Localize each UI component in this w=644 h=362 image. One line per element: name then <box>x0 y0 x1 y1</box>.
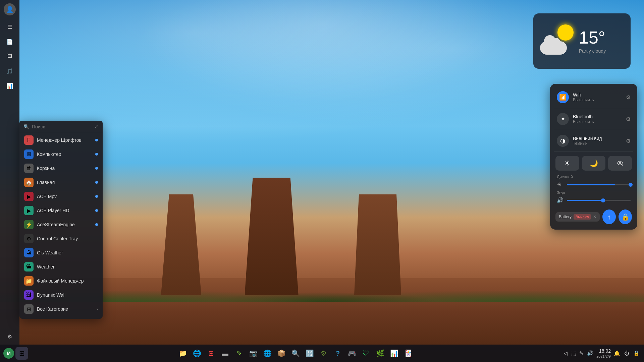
brightness-slider-row: ☀ <box>557 181 631 188</box>
power-icon[interactable]: ⏻ <box>623 350 630 356</box>
battery-badge[interactable]: Battery Выключ ✕ <box>555 212 600 222</box>
search-input[interactable] <box>32 124 92 129</box>
sound-fill <box>567 200 605 201</box>
menu-item-label-dynamic-wall: Dynamic Wall <box>37 292 98 298</box>
cc-privacy-btn[interactable] <box>608 156 632 171</box>
menu-item-label-file-manager: Файловый Менеджер <box>37 278 98 284</box>
menu-item-label-font-manager: Менеджер Шрифтов <box>37 137 92 143</box>
tb-app-files[interactable]: 📁 <box>176 347 189 360</box>
wifi-settings-icon[interactable]: ⚙ <box>626 94 631 101</box>
menu-item-computer[interactable]: 🖥 Компьютер <box>19 147 103 161</box>
menu-item-icon-computer: 🖥 <box>24 149 34 159</box>
battery-label: Battery <box>559 215 572 219</box>
tb-app-finder[interactable]: 🔍 <box>289 347 302 360</box>
sidebar-icon-music[interactable]: 🎵 <box>4 65 16 77</box>
tb-app-calc[interactable]: 🔢 <box>303 347 316 360</box>
menu-item-weather[interactable]: 🌦 Weather <box>19 260 103 274</box>
menu-item-label-all-categories: Все Категории <box>37 306 93 312</box>
tb-app-gamepad[interactable]: 🎮 <box>345 347 358 360</box>
cc-wifi-sub: Выключить <box>573 98 622 102</box>
menu-item-ace-mpv[interactable]: ▶ ACE Mpv <box>19 189 103 203</box>
control-center-panel: 📶 Wifi Выключить ⚙ ✦ Bluetooth Выключить… <box>550 84 637 230</box>
tb-app-help[interactable]: ? <box>331 347 344 360</box>
menu-item-dot <box>95 195 98 198</box>
tb-app-terminal[interactable]: ▬ <box>219 347 231 360</box>
edit-icon[interactable]: ✎ <box>578 350 585 356</box>
menu-item-icon-all-categories: ⊞ <box>24 304 34 314</box>
tb-app-cards[interactable]: 🃏 <box>402 347 415 360</box>
menu-item-all-categories[interactable]: ⊞ Все Категории › <box>19 302 103 316</box>
volume-icon[interactable]: 🔊 <box>586 350 594 356</box>
expand-icon[interactable]: ⤢ <box>95 124 99 129</box>
menu-item-home[interactable]: 🏠 Главная <box>19 175 103 189</box>
tb-app-browser[interactable]: 🌐 <box>191 347 203 360</box>
brightness-track[interactable] <box>567 184 631 185</box>
weather-condition: Partly cloudy <box>579 48 624 54</box>
menu-item-icon-home: 🏠 <box>24 178 34 187</box>
bluetooth-settings-icon[interactable]: ⚙ <box>626 116 631 122</box>
menu-item-control-center-tray[interactable]: ⚙ Control Center Tray <box>19 232 103 246</box>
taskbar-manjaro-btn[interactable]: M <box>3 348 14 359</box>
sidebar-icon-settings[interactable]: ⚙ <box>4 330 16 343</box>
menu-item-dynamic-wall[interactable]: 🖼 Dynamic Wall <box>19 288 103 302</box>
menu-item-label-ace-mpv: ACE Mpv <box>37 194 92 199</box>
menu-item-trash[interactable]: 🗑 Корзина <box>19 161 103 175</box>
cc-bluetooth-row[interactable]: ✦ Bluetooth Выключить ⚙ <box>554 110 633 128</box>
menu-item-gis-weather[interactable]: 🌤 Gis Weather <box>19 246 103 260</box>
menu-item-dot <box>95 209 98 212</box>
tb-app-editor[interactable]: ✎ <box>233 347 246 360</box>
menu-item-ace-player[interactable]: ▶ ACE Player HD <box>19 203 103 218</box>
upload-action-btn[interactable]: ↑ <box>602 209 616 224</box>
menu-item-icon-weather: 🌦 <box>24 262 34 272</box>
cc-night-btn[interactable]: 🌙 <box>582 156 606 171</box>
tb-app-browser2[interactable]: 🌐 <box>261 347 274 360</box>
lock-icon[interactable]: 🔒 <box>632 350 641 356</box>
bluetooth-icon: ✦ <box>557 113 569 125</box>
menu-item-font-manager[interactable]: F Менеджер Шрифтов <box>19 133 103 147</box>
taskbar-apps-btn[interactable]: ⊞ <box>15 347 28 360</box>
battery-close-icon[interactable]: ✕ <box>593 215 596 219</box>
sound-track[interactable] <box>567 200 631 201</box>
divider <box>554 152 633 152</box>
tb-app-leaf[interactable]: 🌿 <box>374 347 386 360</box>
sidebar-icon-files[interactable]: 📄 <box>4 36 16 48</box>
menu-item-acestream[interactable]: ⚡ AceStreamEngine <box>19 218 103 232</box>
tb-app-security[interactable]: 🛡 <box>360 347 372 360</box>
cc-sliders: Дисплей ☀ Звук 🔊 <box>554 173 633 207</box>
cc-brightness-btn[interactable]: ☀ <box>555 156 579 171</box>
menu-item-icon-dynamic-wall: 🖼 <box>24 290 34 300</box>
notification-icon[interactable]: 🔔 <box>613 350 621 356</box>
cc-bluetooth-info: Bluetooth Выключить <box>573 114 622 124</box>
brightness-fill <box>567 184 615 185</box>
menu-item-icon-trash: 🗑 <box>24 164 34 173</box>
taskbar-center: 📁 🌐 ⊞ ▬ ✎ 📷 🌐 📦 🔍 🔢 ⚙ ? 🎮 🛡 🌿 📊 🃏 <box>28 347 563 360</box>
menu-search-bar[interactable]: 🔍 ⤢ <box>19 121 103 133</box>
menu-item-label-weather: Weather <box>37 264 98 269</box>
menu-item-dot <box>95 223 98 226</box>
menu-item-label-acestream: AceStreamEngine <box>37 222 92 227</box>
cc-wifi-row[interactable]: 📶 Wifi Выключить ⚙ <box>554 88 633 107</box>
menu-item-icon-ace-mpv: ▶ <box>24 192 34 201</box>
prev-icon[interactable]: ◁ <box>563 350 569 356</box>
cc-appearance-row[interactable]: ◑ Внешний вид Темный ⚙ <box>554 131 633 150</box>
menu-item-label-control-center-tray: Control Center Tray <box>37 236 98 241</box>
tb-app-grid[interactable]: ⊞ <box>205 347 217 360</box>
sidebar-icon-table[interactable]: 📊 <box>4 80 16 92</box>
menu-item-file-manager[interactable]: 📁 Файловый Менеджер <box>19 274 103 288</box>
menu-item-icon-ace-player: ▶ <box>24 206 34 215</box>
menu-item-label-ace-player: ACE Player HD <box>37 208 92 213</box>
taskbar-clock[interactable]: 18:02 2021/2/9 <box>596 348 611 359</box>
tb-app-settings[interactable]: ⚙ <box>317 347 330 360</box>
menu-item-icon-font-manager: F <box>24 135 34 145</box>
tb-app-chart[interactable]: 📊 <box>388 347 400 360</box>
avatar[interactable]: 👤 <box>4 3 16 15</box>
tb-app-archive[interactable]: 📦 <box>275 347 288 360</box>
menu-item-dot <box>95 139 98 141</box>
tb-app-camera[interactable]: 📷 <box>247 347 260 360</box>
lock-action-btn[interactable]: 🔒 <box>619 209 632 224</box>
sidebar-icon-menu[interactable]: ☰ <box>4 21 16 33</box>
weather-icon <box>540 24 574 58</box>
appearance-settings-icon[interactable]: ⚙ <box>626 138 631 144</box>
window-icon[interactable]: ⬚ <box>570 350 577 356</box>
sidebar-icon-images[interactable]: 🖼 <box>4 50 16 62</box>
